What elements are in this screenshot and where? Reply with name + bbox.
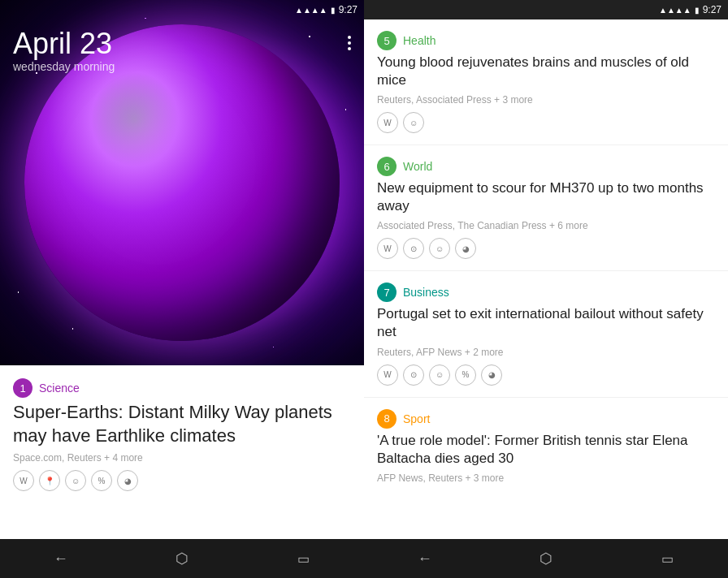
news-item-7[interactable]: 7 Business Portugal set to exit internat… bbox=[364, 271, 728, 397]
source-icon-face[interactable]: ☺ bbox=[65, 470, 86, 491]
back-button-left[interactable] bbox=[37, 542, 85, 575]
badge-8: 8 bbox=[377, 409, 396, 429]
src-icon-o-7[interactable]: ⊙ bbox=[403, 364, 424, 386]
recents-button-right[interactable] bbox=[643, 542, 691, 575]
src-icon-w-7[interactable]: W bbox=[377, 364, 398, 386]
hero-image[interactable]: April 23 wednesday morning bbox=[0, 0, 364, 365]
icons-5: W ☺ bbox=[377, 112, 715, 133]
menu-dot-3 bbox=[348, 47, 351, 50]
title-6: New equipment to scour for MH370 up to t… bbox=[377, 179, 715, 215]
category-world: World bbox=[403, 160, 432, 173]
recents-button-left[interactable] bbox=[279, 542, 327, 575]
right-nav-bar bbox=[364, 539, 728, 578]
source-icon-row: W 📍 ☺ % ◕ bbox=[13, 470, 351, 491]
title-7: Portugal set to exit international bailo… bbox=[377, 305, 715, 341]
src-icon-w-6[interactable]: W bbox=[377, 238, 398, 259]
badge-7: 7 bbox=[377, 283, 396, 302]
left-nav-bar bbox=[0, 539, 364, 578]
src-icon-w-5[interactable]: W bbox=[377, 112, 398, 133]
category-health: Health bbox=[403, 34, 436, 47]
status-icons-right: ▲▲▲▲ ▮ 9:27 bbox=[659, 4, 722, 15]
time-right: 9:27 bbox=[703, 4, 722, 15]
category-row-8: 8 Sport bbox=[377, 409, 715, 429]
menu-dot-1 bbox=[348, 36, 351, 39]
status-bar-right: ▲▲▲▲ ▮ 9:27 bbox=[364, 0, 728, 19]
icons-6: W ⊙ ☺ ◕ bbox=[377, 238, 715, 259]
icons-7: W ⊙ ☺ % ◕ bbox=[377, 364, 715, 386]
sources-5: Reuters, Associated Press + 3 more bbox=[377, 94, 715, 106]
article-sources: Space.com, Reuters + 4 more bbox=[13, 452, 351, 464]
menu-dot-2 bbox=[348, 41, 351, 45]
status-bar-left: ▲▲▲▲ ▮ 9:27 bbox=[0, 0, 364, 19]
signal-icon-left: ▲▲▲▲ bbox=[295, 6, 327, 15]
category-sport: Sport bbox=[403, 412, 430, 425]
src-icon-s-6[interactable]: ◕ bbox=[455, 238, 476, 259]
time-left: 9:27 bbox=[339, 4, 358, 15]
src-icon-face-5[interactable]: ☺ bbox=[403, 112, 424, 133]
back-button-right[interactable] bbox=[401, 542, 449, 575]
battery-icon-right: ▮ bbox=[695, 6, 700, 15]
src-icon-s-7[interactable]: ◕ bbox=[481, 364, 502, 386]
sources-6: Associated Press, The Canadian Press + 6… bbox=[377, 220, 715, 231]
category-row-5: 5 Health bbox=[377, 31, 715, 50]
right-panel: ▲▲▲▲ ▮ 9:27 5 Health Young blood rejuven… bbox=[364, 0, 728, 578]
home-button-right[interactable] bbox=[522, 542, 570, 575]
left-panel: ▲▲▲▲ ▮ 9:27 April 23 wednesday morning 1… bbox=[0, 0, 364, 578]
sources-7: Reuters, AFP News + 2 more bbox=[377, 347, 715, 358]
home-button-left[interactable] bbox=[158, 542, 206, 575]
badge-5: 5 bbox=[377, 31, 396, 50]
category-row: 1 Science bbox=[13, 378, 351, 398]
news-item-8[interactable]: 8 Sport 'A true role model': Former Brit… bbox=[364, 398, 728, 502]
src-icon-f-7[interactable]: ☺ bbox=[429, 364, 450, 386]
title-8: 'A true role model': Former British tenn… bbox=[377, 432, 715, 468]
category-row-6: 6 World bbox=[377, 157, 715, 176]
left-article[interactable]: 1 Science Super-Earths: Distant Milky Wa… bbox=[0, 365, 364, 539]
article-title: Super-Earths: Distant Milky Way planets … bbox=[13, 401, 351, 447]
hero-date: April 23 wednesday morning bbox=[13, 29, 115, 73]
signal-icon-right: ▲▲▲▲ bbox=[659, 6, 691, 15]
source-icon-smile[interactable]: ◕ bbox=[117, 470, 138, 491]
category-label: Science bbox=[39, 382, 80, 395]
badge-6: 6 bbox=[377, 157, 396, 176]
src-icon-o-6[interactable]: ⊙ bbox=[403, 238, 424, 259]
date-display: April 23 bbox=[13, 29, 115, 58]
source-icon-loc[interactable]: 📍 bbox=[39, 470, 60, 491]
news-item-6[interactable]: 6 World New equipment to scour for MH370… bbox=[364, 145, 728, 271]
day-display: wednesday morning bbox=[13, 60, 115, 73]
news-item-5[interactable]: 5 Health Young blood rejuvenates brains … bbox=[364, 19, 728, 145]
battery-icon-left: ▮ bbox=[331, 6, 336, 15]
source-icon-pct[interactable]: % bbox=[91, 470, 112, 491]
source-icon-w[interactable]: W bbox=[13, 470, 34, 491]
category-row-7: 7 Business bbox=[377, 283, 715, 302]
article-number-badge: 1 bbox=[13, 378, 32, 398]
sources-8: AFP News, Reuters + 3 more bbox=[377, 472, 715, 484]
category-business: Business bbox=[403, 286, 449, 299]
title-5: Young blood rejuvenates brains and muscl… bbox=[377, 54, 715, 89]
news-list: 5 Health Young blood rejuvenates brains … bbox=[364, 19, 728, 539]
src-icon-f-6[interactable]: ☺ bbox=[429, 238, 450, 259]
src-icon-p-7[interactable]: % bbox=[455, 364, 476, 386]
overflow-menu-button[interactable] bbox=[344, 32, 354, 54]
status-icons-left: ▲▲▲▲ ▮ 9:27 bbox=[295, 4, 358, 15]
